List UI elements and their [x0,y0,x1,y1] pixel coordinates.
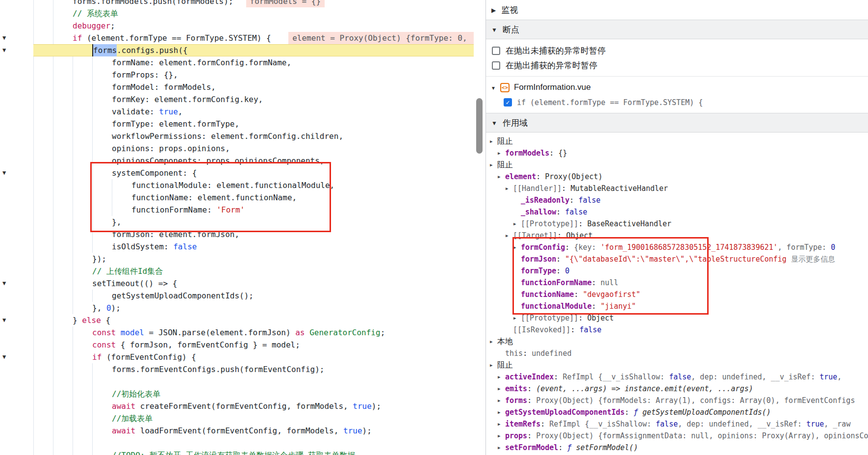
gutter[interactable] [0,106,33,118]
scope-row[interactable]: _shallow: false [486,206,868,218]
show-more-link[interactable]: 显示更多信息 [787,255,835,264]
pause-on-uncaught-checkbox[interactable] [492,47,500,55]
paused-code-line[interactable]: forms.configs.push({ [0,44,474,56]
code-line[interactable]: debugger; [0,20,474,32]
expand-arrow-icon[interactable]: ▶ [490,339,497,344]
code-line[interactable]: //初始化表单 [0,388,474,400]
scope-row[interactable]: ▶emits: (event, ...args) => instance.emi… [486,383,868,395]
gutter[interactable] [0,388,33,400]
scope-row[interactable]: formType: 0 [486,265,868,277]
expand-arrow-icon[interactable]: ▶ [490,139,497,144]
gutter[interactable] [0,0,33,7]
expand-arrow-icon[interactable]: ▶ [498,422,505,427]
expand-arrow-icon[interactable]: ▶ [490,363,497,368]
code-line[interactable]: const { formJson, formEventConfig } = mo… [0,339,474,351]
gutter[interactable] [0,363,33,375]
code-line[interactable]: functionFormName: 'Form' [0,204,474,216]
code-line[interactable]: // 系统表单 [0,7,474,20]
scope-row[interactable]: ▶element: Proxy(Object) [486,171,868,183]
fold-arrow-icon[interactable] [2,44,6,56]
scope-row[interactable]: ▶forms: Proxy(Object) {formModels: Array… [486,395,868,406]
code-line[interactable]: forms.formModels.push(formModels);formMo… [0,0,474,7]
gutter[interactable] [0,32,33,44]
code-line[interactable]: functionalModule: element.functionalModu… [0,179,474,191]
expand-arrow-icon[interactable]: ▶ [506,233,513,238]
fold-arrow-icon[interactable] [2,32,6,44]
code-line[interactable]: }); [0,253,474,265]
code-line[interactable]: functionName: element.functionName, [0,191,474,204]
code-line[interactable]: }, 0); [0,302,474,314]
gutter[interactable] [0,253,33,265]
expand-arrow-icon[interactable]: ▶ [498,386,505,391]
gutter[interactable] [0,216,33,228]
code-line[interactable]: formName: element.formConfig.formName, [0,56,474,69]
gutter[interactable] [0,56,33,69]
code-line[interactable]: formType: element.formType, [0,118,474,130]
gutter[interactable] [0,142,33,155]
code-line[interactable]: //TODO: 暂不放开 工作流没有获取表单数据这个步骤 获取表单数据 [0,449,474,455]
code-line[interactable]: setTimeout(() => { [0,277,474,290]
fold-arrow-icon[interactable] [2,314,6,326]
scope-row[interactable]: ▶[[Handler]]: MutableReactiveHandler [486,183,868,194]
gutter[interactable] [0,179,33,191]
gutter[interactable] [0,326,33,339]
section-breakpoints[interactable]: 断点 [486,20,868,39]
pause-on-caught-checkbox[interactable] [492,61,500,70]
gutter[interactable] [0,351,33,363]
chevron-down-icon[interactable] [491,82,496,92]
code-line[interactable]: if (element.formType == FormType.SYSTEM)… [0,32,474,44]
scope-row[interactable]: functionFormName: null [486,277,868,289]
editor-scrollbar-thumb[interactable] [476,98,483,154]
editor-scrollbar-track[interactable] [474,0,485,455]
gutter[interactable] [0,44,33,56]
code-line[interactable]: isOldSystem: false [0,241,474,253]
scope-row[interactable]: ▶activeIndex: RefImpl {__v_isShallow: fa… [486,371,868,383]
gutter[interactable] [0,339,33,351]
gutter[interactable] [0,204,33,216]
scope-group-row[interactable]: ▶阻止 [486,159,868,171]
gutter[interactable] [0,375,33,388]
breakpoint-file-group[interactable]: FormInformation.vue [486,80,868,95]
gutter[interactable] [0,290,33,302]
code-line[interactable]: systemComponent: { [0,167,474,179]
code-line[interactable]: } else { [0,314,474,326]
chevron-down-icon[interactable] [491,118,497,128]
pause-on-caught-row[interactable]: 在抛出捕获的异常时暂停 [486,58,868,73]
scope-row[interactable]: [[IsRevoked]]: false [486,324,868,336]
scope-row[interactable]: _isReadonly: false [486,194,868,206]
gutter[interactable] [0,400,33,412]
code-line[interactable]: }, [0,216,474,228]
expand-arrow-icon[interactable]: ▶ [498,410,505,415]
scope-group-row[interactable]: ▶本地 [486,336,868,348]
scope-row[interactable]: ▶itemRefs: RefImpl {__v_isShallow: false… [486,418,868,430]
gutter[interactable] [0,167,33,179]
breakpoint-enabled-checkbox[interactable] [504,98,512,107]
gutter[interactable] [0,425,33,437]
gutter[interactable] [0,314,33,326]
gutter[interactable] [0,265,33,277]
scope-row[interactable]: this: undefined [486,348,868,359]
source-editor-pane[interactable]: forms.formModels.push(formModels);formMo… [0,0,474,455]
scope-row[interactable]: ▶formConfig: {key: 'form_190016868572830… [486,241,868,253]
pause-on-uncaught-row[interactable]: 在抛出未捕获的异常时暂停 [486,43,868,58]
code-line[interactable]: //加载表单 [0,412,474,425]
expand-arrow-icon[interactable]: ▶ [498,174,505,179]
code-line[interactable]: formModel: formModels, [0,81,474,93]
scope-row[interactable]: functionalModule: "jianyi" [486,300,868,312]
gutter[interactable] [0,81,33,93]
expand-arrow-icon[interactable]: ▶ [498,398,505,403]
scope-row[interactable]: ▶setFormModel: ƒ setFormModel() [486,442,868,454]
gutter[interactable] [0,241,33,253]
code-line[interactable] [0,437,474,449]
code-line[interactable]: forms.formEventConfigs.push(formEventCon… [0,363,474,375]
code-line[interactable] [0,375,474,388]
scope-group-row[interactable]: ▶阻止 [486,135,868,147]
expand-arrow-icon[interactable]: ▶ [513,221,521,226]
scope-row[interactable]: formJson: "{\"databaseId\":\"master\",\"… [486,253,868,265]
expand-arrow-icon[interactable]: ▶ [513,316,521,321]
expand-arrow-icon[interactable]: ▶ [513,245,521,250]
gutter[interactable] [0,228,33,241]
section-scope[interactable]: 作用域 [486,113,868,133]
expand-arrow-icon[interactable]: ▶ [498,151,505,156]
code-line[interactable]: validate: true, [0,106,474,118]
